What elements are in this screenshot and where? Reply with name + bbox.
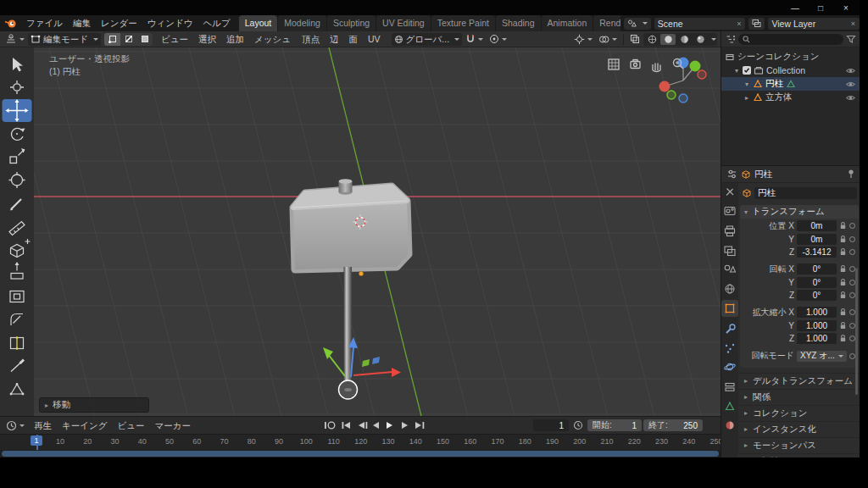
workspace-tab-sculpting[interactable]: Sculpting xyxy=(327,15,376,31)
object-knob[interactable] xyxy=(339,179,353,195)
tool-transform[interactable] xyxy=(9,172,25,188)
edge-select-button[interactable] xyxy=(120,33,136,46)
properties-scrollbar[interactable] xyxy=(855,268,858,395)
outliner-search-input[interactable] xyxy=(753,34,839,45)
animate-dot[interactable] xyxy=(849,266,855,272)
close-button[interactable]: × xyxy=(839,3,853,13)
workspace-tab-animation[interactable]: Animation xyxy=(542,15,593,31)
transform-orientation-dropdown[interactable]: グローバ... xyxy=(392,33,463,46)
tool-tweak-select[interactable] xyxy=(13,58,23,72)
transform-panel-header[interactable]: ▾ トランスフォーム xyxy=(740,205,859,219)
3d-viewport[interactable]: ユーザー・透視投影 (1) 円柱 ▸ 移動 xyxy=(34,47,721,416)
object-hammer-head[interactable] xyxy=(293,186,409,269)
viewport-menu-item[interactable]: 選択 xyxy=(193,31,221,47)
transform-value-field[interactable]: 0° xyxy=(797,290,837,301)
outliner-row-cube[interactable]: ▸ 立方体 xyxy=(721,91,860,104)
tool-inset-faces[interactable] xyxy=(10,291,24,302)
mesh-menu-item[interactable]: 面 xyxy=(343,31,363,47)
workspace-tab-layout[interactable]: Layout xyxy=(239,15,278,31)
menubar-menu-item[interactable]: ヘルプ xyxy=(198,15,235,31)
collection-checkbox[interactable] xyxy=(743,66,751,75)
tool-add-cube[interactable] xyxy=(11,239,31,258)
transform-value-field[interactable]: 0m xyxy=(797,220,837,231)
mode-dropdown[interactable]: 編集モード xyxy=(28,33,101,46)
snap-toggle-button[interactable] xyxy=(463,33,486,46)
eye-icon[interactable] xyxy=(845,67,856,75)
outliner-editor-icon[interactable] xyxy=(725,34,736,45)
animate-dot[interactable] xyxy=(849,223,855,229)
tab-output[interactable] xyxy=(726,226,735,236)
view-layer-unlink-button[interactable]: × xyxy=(850,19,856,28)
lock-icon[interactable] xyxy=(839,264,847,274)
shading-material-button[interactable] xyxy=(676,34,692,45)
workspace-tab-texture-paint[interactable]: Texture Paint xyxy=(431,15,495,31)
tab-physics[interactable] xyxy=(724,363,736,370)
jump-to-end-button[interactable] xyxy=(415,422,424,429)
vertex-select-button[interactable] xyxy=(104,33,120,46)
menubar-menu-item[interactable]: ウィンドウ xyxy=(142,15,198,31)
tool-bevel[interactable] xyxy=(11,314,23,326)
animate-dot[interactable] xyxy=(849,323,855,329)
tool-cursor[interactable] xyxy=(10,80,24,94)
tab-view-layer[interactable] xyxy=(725,247,735,256)
operator-panel-move[interactable]: ▸ 移動 xyxy=(39,397,149,413)
tool-poly-build[interactable] xyxy=(10,383,25,395)
pin-icon[interactable] xyxy=(847,169,855,179)
animate-dot[interactable] xyxy=(849,280,855,286)
properties-section[interactable]: ▸ デルタトランスフォーム xyxy=(738,373,860,389)
playhead-frame-label[interactable]: 1 xyxy=(31,435,42,446)
workspace-tab-uv-editing[interactable]: UV Editing xyxy=(376,15,431,31)
tool-scale[interactable] xyxy=(10,148,25,164)
menubar-menu-item[interactable]: レンダー xyxy=(96,15,142,31)
eye-icon[interactable] xyxy=(845,94,856,102)
maximize-button[interactable]: □ xyxy=(814,3,827,13)
tab-world[interactable] xyxy=(726,285,734,293)
minimize-button[interactable]: — xyxy=(788,3,802,13)
shading-wireframe-button[interactable] xyxy=(644,34,659,45)
properties-section[interactable]: ▸ インスタンス化 xyxy=(738,421,860,437)
xray-toggle-button[interactable] xyxy=(627,33,643,46)
lock-icon[interactable] xyxy=(839,235,847,244)
tab-object-active[interactable] xyxy=(721,300,738,317)
eye-icon[interactable] xyxy=(845,80,856,88)
frame-start-field[interactable]: 開始: 1 xyxy=(587,419,642,431)
outliner-row-scene-collection[interactable]: シーンコレクション xyxy=(721,50,860,64)
timeline-menu-item[interactable]: マーカー xyxy=(149,418,196,434)
proportional-editing-button[interactable] xyxy=(487,33,509,46)
animate-dot[interactable] xyxy=(849,336,855,341)
jump-to-start-button[interactable] xyxy=(342,422,350,429)
properties-section[interactable]: ▸ コレクション xyxy=(738,405,860,421)
mesh-menu-item[interactable]: 頂点 xyxy=(297,31,325,47)
record-button[interactable] xyxy=(328,422,335,429)
transform-value-field[interactable]: 1.000 xyxy=(797,320,837,331)
outliner-row-cylinder[interactable]: ▾ 円柱 xyxy=(721,77,860,91)
lock-icon[interactable] xyxy=(839,247,847,257)
animate-dot[interactable] xyxy=(849,292,855,298)
frame-end-field[interactable]: 終了: 250 xyxy=(643,419,703,431)
tab-particles[interactable] xyxy=(726,344,734,353)
transform-value-field[interactable]: 0° xyxy=(797,277,837,288)
tab-scene[interactable] xyxy=(725,265,735,272)
view-layer-name-field[interactable]: View Layer × xyxy=(768,18,860,30)
face-select-button[interactable] xyxy=(136,33,153,46)
mesh-menu-item[interactable]: 辺 xyxy=(325,31,344,47)
play-reverse-button[interactable] xyxy=(373,422,379,429)
tab-modifiers[interactable] xyxy=(726,324,735,333)
transform-value-field[interactable]: 0m xyxy=(797,234,837,245)
prev-keyframe-button[interactable] xyxy=(359,422,367,429)
scene-browse-button[interactable] xyxy=(624,18,651,30)
menubar-menu-item[interactable]: ファイル xyxy=(21,15,68,31)
expand-triangle-icon[interactable]: ▸ xyxy=(743,94,750,102)
workspace-tab-shading[interactable]: Shading xyxy=(496,15,541,31)
menubar-menu-item[interactable]: 編集 xyxy=(68,15,96,31)
timeline-menu-item[interactable]: キーイング xyxy=(57,418,112,434)
scene-unlink-button[interactable]: × xyxy=(736,19,742,28)
tab-object-data[interactable] xyxy=(726,402,734,410)
object-name-field[interactable]: 円柱 xyxy=(754,187,857,199)
outliner-row-collection[interactable]: ▾ Collection xyxy=(721,64,860,77)
viewport-menu-item[interactable]: ビュー xyxy=(156,31,193,47)
lock-icon[interactable] xyxy=(839,321,847,330)
timeline-scrollbar-thumb[interactable] xyxy=(2,451,719,457)
timeline-menu-item[interactable]: ビュー xyxy=(112,418,149,434)
overlays-dropdown[interactable] xyxy=(596,33,620,46)
